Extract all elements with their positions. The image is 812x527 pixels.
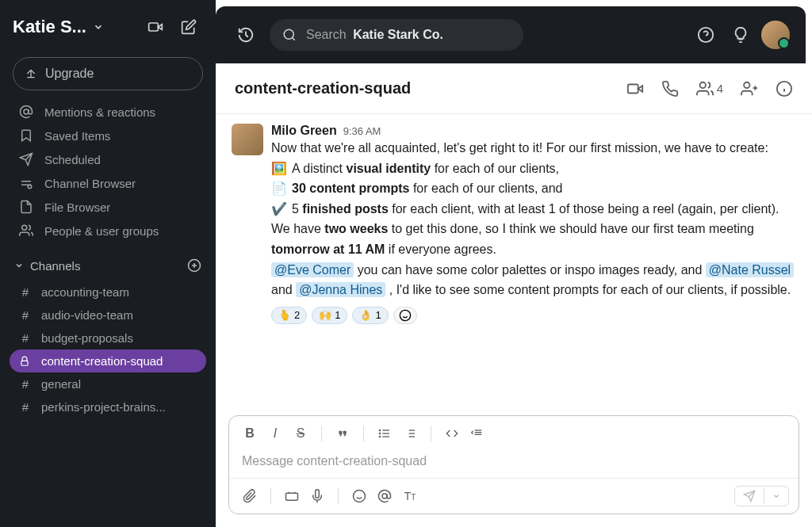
svg-point-17 [699,82,705,87]
channel-item[interactable]: #accounting-team [0,281,216,304]
svg-rect-10 [21,361,28,365]
check-emoji: ✔️ [271,199,287,220]
mic-button[interactable] [306,485,328,507]
svg-point-18 [744,82,749,87]
channel-item[interactable]: #budget-proposals [0,327,216,349]
bullet-list-button[interactable] [373,422,396,445]
hash-icon: # [19,308,32,322]
svg-point-6 [22,225,27,230]
people-icon [19,223,33,238]
clip-button[interactable] [281,485,303,507]
text-format-button[interactable]: TT [399,485,421,507]
search-icon [282,28,297,42]
phone-icon[interactable] [661,80,679,97]
send-button[interactable] [735,487,764,506]
formatting-toolbar: B I S [229,416,799,451]
svg-point-24 [400,310,410,320]
svg-point-28 [379,430,380,430]
history-icon[interactable] [232,21,260,49]
video-icon[interactable] [141,13,170,41]
nav-saved[interactable]: Saved Items [0,124,216,147]
nav-mentions[interactable]: Mentions & reactions [0,100,216,124]
mention[interactable]: @Nate Russel [706,262,794,277]
message: Milo Green 9:36 AM Now that we're all ac… [232,124,796,324]
at-icon [19,105,33,119]
compose-icon[interactable] [174,13,203,41]
add-channel-button[interactable] [187,258,201,273]
svg-line-12 [292,37,294,40]
lightbulb-icon[interactable] [726,21,755,49]
hash-icon: # [19,285,32,299]
mention-button[interactable] [373,485,396,507]
file-icon [19,200,33,214]
chevron-down-icon[interactable] [93,21,104,32]
upgrade-button[interactable]: Upgrade [13,57,203,90]
nav-file-browser[interactable]: File Browser [0,195,216,219]
emoji-button[interactable] [348,485,370,507]
bookmark-icon [19,128,33,143]
hash-icon: # [19,377,32,391]
people-icon [696,80,714,97]
channel-item[interactable]: #audio-video-team [0,304,216,327]
svg-rect-37 [286,493,298,500]
author-avatar[interactable] [232,124,263,155]
message-input[interactable]: Message content-creation-squad [229,451,799,478]
svg-point-29 [379,433,380,433]
workspace-name[interactable]: Katie S... [13,17,86,37]
channels-section-header[interactable]: Channels [0,254,216,277]
codeblock-button[interactable] [466,422,488,445]
channel-item[interactable]: #general [0,372,216,395]
send-icon [19,152,33,166]
quote-button[interactable] [331,422,354,445]
lock-icon [19,356,32,367]
help-icon[interactable] [691,21,720,49]
reaction[interactable]: 👌1 [352,307,388,324]
italic-button[interactable]: I [264,422,286,445]
reaction[interactable]: 🙌1 [312,307,347,324]
message-body: Now that we're all acquainted, let's get… [271,138,796,300]
upgrade-label: Upgrade [45,67,94,81]
add-reaction-button[interactable] [393,307,417,324]
code-button[interactable] [441,422,463,445]
members-button[interactable]: 4 [696,80,723,97]
search-input[interactable]: Search Katie Stark Co. [270,19,523,51]
user-avatar[interactable] [761,21,790,49]
search-label: Search [306,28,347,42]
svg-rect-15 [627,84,638,93]
info-icon[interactable] [776,80,793,97]
hash-icon: # [19,400,32,414]
message-author[interactable]: Milo Green [271,124,337,138]
picture-emoji: 🖼️ [271,158,287,179]
svg-point-11 [284,29,293,39]
svg-point-30 [379,436,380,437]
search-scope: Katie Stark Co. [353,28,443,42]
svg-point-2 [24,109,29,114]
channel-browser-icon [19,176,33,190]
video-call-icon[interactable] [626,80,644,97]
message-time: 9:36 AM [343,125,381,137]
mention[interactable]: @Eve Comer [271,262,354,277]
svg-point-40 [354,491,366,502]
hash-icon: # [19,331,32,345]
strike-button[interactable]: S [289,422,312,445]
channel-item-active[interactable]: content-creation-squad [10,349,206,372]
nav-people[interactable]: People & user groups [0,219,216,242]
svg-point-41 [382,494,387,498]
mention[interactable]: @Jenna Hines [296,282,385,297]
svg-point-5 [28,185,32,189]
page-emoji: 📄 [271,178,287,199]
attach-button[interactable] [239,485,261,507]
channel-item[interactable]: #perkins-project-brains... [0,395,216,418]
upload-icon [25,67,37,80]
reaction[interactable]: 🫰2 [271,307,307,324]
bold-button[interactable]: B [239,422,261,445]
add-people-icon[interactable] [741,80,758,97]
nav-scheduled[interactable]: Scheduled [0,147,216,171]
svg-rect-0 [149,23,159,31]
send-options[interactable] [764,489,788,503]
nav-channel-browser[interactable]: Channel Browser [0,171,216,195]
channel-title[interactable]: content-creation-squad [235,79,411,97]
member-count: 4 [717,82,723,95]
ordered-list-button[interactable] [399,422,421,445]
chevron-down-icon [14,261,24,270]
